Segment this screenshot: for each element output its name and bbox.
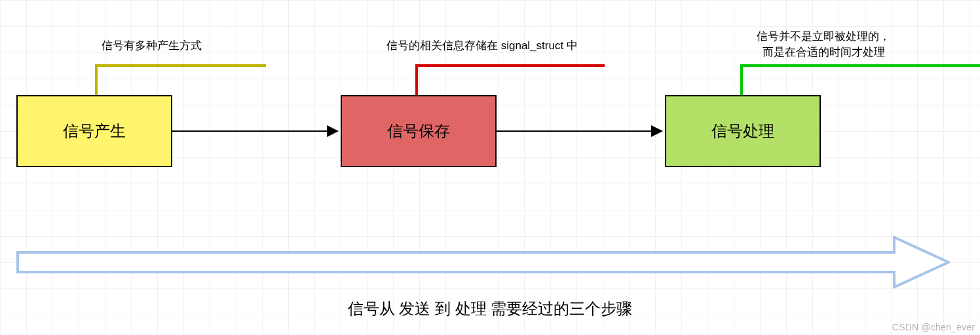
arrow-store-to-process-head xyxy=(651,125,663,137)
stage-label-generate: 信号产生 xyxy=(63,121,126,142)
svg-marker-0 xyxy=(18,237,949,287)
stage-label-process: 信号处理 xyxy=(711,121,774,142)
annotation-process: 信号并不是立即被处理的， 而是在合适的时间才处理 xyxy=(757,29,890,60)
timeline-arrow xyxy=(16,236,950,288)
diagram-caption: 信号从 发送 到 处理 需要经过的三个步骤 xyxy=(0,298,980,319)
annotation-process-line1: 信号并不是立即被处理的， xyxy=(757,30,890,43)
stage-label-store: 信号保存 xyxy=(387,121,450,142)
callout-bracket-store xyxy=(415,64,605,95)
annotation-store: 信号的相关信息存储在 signal_struct 中 xyxy=(386,38,578,54)
arrow-generate-to-store-line xyxy=(172,130,327,132)
callout-bracket-process xyxy=(740,64,980,95)
stage-box-store: 信号保存 xyxy=(341,95,497,167)
annotation-process-line2: 而是在合适的时间才处理 xyxy=(763,46,885,58)
arrow-generate-to-store-head xyxy=(327,125,339,137)
stage-box-process: 信号处理 xyxy=(665,95,821,167)
arrow-store-to-process-line xyxy=(497,130,651,132)
callout-bracket-generate xyxy=(95,64,266,95)
stage-box-generate: 信号产生 xyxy=(16,95,172,167)
annotation-generate: 信号有多种产生方式 xyxy=(102,38,202,54)
watermark: CSDN @chen_ever xyxy=(892,322,975,332)
